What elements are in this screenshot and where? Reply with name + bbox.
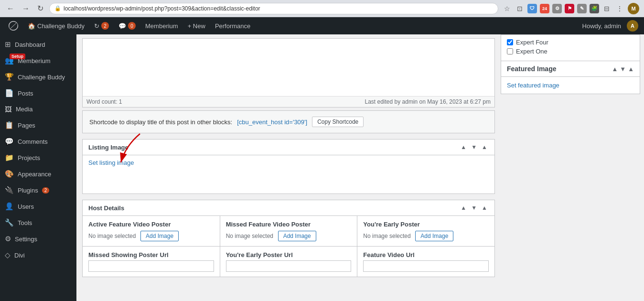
wp-logo[interactable] <box>6 18 21 33</box>
editor-content[interactable] <box>83 39 494 96</box>
forward-button[interactable]: → <box>20 3 32 14</box>
admin-bar-updates[interactable]: ↻ 2 <box>89 17 114 34</box>
challenge-buddy-icon: 🏆 <box>5 73 14 81</box>
sidebar-label-appearance: Appearance <box>18 171 51 178</box>
browser-actions: ☆ ⊡ 🛡 24 ⚙ ⚑ ✎ 🧩 ⊟ ⋮ M <box>502 3 639 14</box>
sidebar-label-users: Users <box>18 203 34 210</box>
extension-shield-icon[interactable]: 🛡 <box>527 4 537 13</box>
sidebar-item-plugins[interactable]: 🔌 Plugins 2 <box>0 182 76 198</box>
window-toggle-icon[interactable]: ⊟ <box>602 4 612 13</box>
last-edited: Last edited by admin on May 16, 2023 at … <box>365 98 491 105</box>
sidebar-label-projects: Projects <box>18 154 40 161</box>
listing-image-up-btn[interactable]: ▲ <box>459 143 468 151</box>
host-details-up-btn[interactable]: ▲ <box>459 204 468 212</box>
featured-image-down-btn[interactable]: ▼ <box>620 65 626 73</box>
sidebar-item-projects[interactable]: 📁 Projects <box>0 150 76 166</box>
sidebar-item-memberium[interactable]: 👥 Memberium Setup <box>0 53 76 69</box>
sidebar-item-tools[interactable]: 🔧 Tools <box>0 215 76 231</box>
admin-bar-memberium[interactable]: Memberium <box>140 17 183 34</box>
listing-image-header[interactable]: Listing Image ▲ ▼ ▲ <box>83 140 494 155</box>
updates-icon: ↻ <box>94 22 99 30</box>
comments-nav-icon: 💬 <box>5 137 14 146</box>
sidebar-item-settings[interactable]: ⚙ Settings <box>0 231 76 247</box>
expert-one-label: Expert One <box>516 48 547 55</box>
host-details-url-cell-2: Feature Video Url <box>357 247 494 277</box>
host-details-cell-0: Active Feature Video Poster No image sel… <box>83 216 220 246</box>
set-listing-image-link[interactable]: Set listing image <box>88 159 134 166</box>
host-cell-1-no-image: No image selected <box>226 233 273 239</box>
host-cell-0-add-btn[interactable]: Add Image <box>140 231 179 241</box>
featured-image-close-btn[interactable]: ▲ <box>628 65 634 73</box>
profile-avatar[interactable]: M <box>628 3 639 14</box>
back-button[interactable]: ← <box>5 3 16 14</box>
sidebar-item-dashboard[interactable]: ⊞ Dashboard <box>0 36 76 53</box>
copy-shortcode-button[interactable]: Copy Shortcode <box>312 117 364 127</box>
url-input-0[interactable] <box>88 260 214 272</box>
experts-panel: Expert Four Expert One <box>501 34 640 61</box>
host-details-close-btn[interactable]: ▲ <box>480 204 489 212</box>
url-bar[interactable]: 🔒 localhost/wordpress/wp-admin/post.php?… <box>49 3 498 14</box>
bookmark-icon[interactable]: ☆ <box>502 4 512 13</box>
word-count-bar: Word count: 1 Last edited by admin on Ma… <box>83 96 494 107</box>
listing-image-title: Listing Image <box>88 144 129 151</box>
reload-button[interactable]: ↻ <box>35 3 45 14</box>
sidebar-label-settings: Settings <box>15 236 37 243</box>
host-cell-0-no-image: No image selected <box>88 233 136 239</box>
lock-icon: 🔒 <box>54 5 61 11</box>
sidebar-item-pages[interactable]: 📋 Pages <box>0 117 76 133</box>
sidebar-item-comments[interactable]: 💬 Comments <box>0 133 76 150</box>
featured-image-header[interactable]: Featured Image ▲ ▼ ▲ <box>501 61 640 77</box>
admin-bar-right: Howdy, admin A <box>582 20 638 32</box>
sidebar-item-media[interactable]: 🖼 Media <box>0 101 76 117</box>
listing-image-down-btn[interactable]: ▼ <box>470 143 478 151</box>
extension-24-icon[interactable]: 24 <box>540 4 549 13</box>
extension-gear-icon[interactable]: ⚙ <box>552 4 562 13</box>
set-featured-image-link[interactable]: Set featured image <box>507 82 559 89</box>
wp-content: Word count: 1 Last edited by admin on Ma… <box>76 34 501 301</box>
shortcode-box: Shortcode to display title of this post … <box>82 110 495 133</box>
shortcode-value: [cbu_event_host id='309'] <box>237 118 307 126</box>
host-cell-1-add-btn[interactable]: Add Image <box>278 231 316 241</box>
expert-four-checkbox[interactable] <box>507 39 513 45</box>
host-details-cell-2: You're Early Poster No image selected Ad… <box>357 216 494 246</box>
sidebar-label-comments: Comments <box>18 138 48 145</box>
editor-area: Word count: 1 Last edited by admin on Ma… <box>82 38 495 108</box>
sidebar-item-posts[interactable]: 📄 Posts <box>0 85 76 101</box>
sidebar-item-appearance[interactable]: 🎨 Appearance <box>0 166 76 182</box>
listing-image-close-btn[interactable]: ▲ <box>480 143 489 151</box>
admin-bar-site-icon: 🏠 <box>28 22 35 30</box>
host-cell-0-label: Active Feature Video Poster <box>88 221 214 228</box>
host-cell-2-label: You're Early Poster <box>363 221 489 228</box>
extension-puzzle-icon[interactable]: 🧩 <box>590 4 599 13</box>
menu-icon[interactable]: ⋮ <box>614 4 625 13</box>
admin-bar-new[interactable]: + New <box>183 17 210 34</box>
sidebar-item-challenge-buddy[interactable]: 🏆 Challenge Buddy <box>0 69 76 85</box>
sidebar-label-posts: Posts <box>18 90 33 97</box>
howdy-text: Howdy, admin <box>582 22 625 30</box>
wp-main: Word count: 1 Last edited by admin on Ma… <box>76 34 644 301</box>
host-cell-2-no-image: No image selected <box>363 233 410 239</box>
extension-pen-icon[interactable]: ✎ <box>577 4 587 13</box>
admin-bar-site-name[interactable]: 🏠 Challenge Buddy <box>23 17 89 34</box>
host-details-header[interactable]: Host Details ▲ ▼ ▲ <box>83 200 494 216</box>
url-label-2: Feature Video Url <box>363 251 489 258</box>
url-text: localhost/wordpress/wp-admin/post.php?po… <box>64 5 260 12</box>
url-input-1[interactable] <box>226 260 352 272</box>
expert-four-row: Expert Four <box>507 39 634 46</box>
cast-icon[interactable]: ⊡ <box>515 4 525 13</box>
admin-avatar[interactable]: A <box>627 20 638 32</box>
wp-layout: ⊞ Dashboard 👥 Memberium Setup 🏆 Challeng… <box>0 34 644 301</box>
sidebar-item-users[interactable]: 👤 Users <box>0 198 76 215</box>
host-details-cell-1: Missed Feature Video Poster No image sel… <box>220 216 357 246</box>
admin-bar-performance[interactable]: Performance <box>210 17 255 34</box>
pages-icon: 📋 <box>5 121 14 129</box>
extension-flag-icon[interactable]: ⚑ <box>565 4 574 13</box>
sidebar-item-divi[interactable]: ◇ Divi <box>0 247 76 263</box>
host-details-down-btn[interactable]: ▼ <box>470 204 478 212</box>
host-details-url-cell-0: Missed Showing Poster Url <box>83 247 220 277</box>
featured-image-up-btn[interactable]: ▲ <box>612 65 618 73</box>
admin-bar-comments[interactable]: 💬 0 <box>114 17 140 34</box>
url-input-2[interactable] <box>363 260 489 272</box>
expert-one-checkbox[interactable] <box>507 48 513 54</box>
host-cell-2-add-btn[interactable]: Add Image <box>415 231 453 241</box>
